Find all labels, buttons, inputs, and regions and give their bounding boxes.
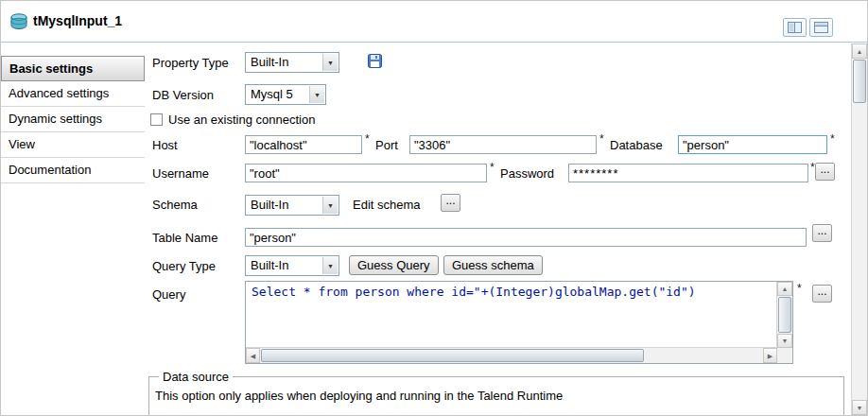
sidebar-item-label: Dynamic settings	[9, 112, 102, 126]
db-version-select[interactable]: Mysql 5 ▼	[245, 84, 326, 105]
sidebar-item-label: Basic settings	[9, 61, 93, 76]
query-ellipsis-button[interactable]: ...	[812, 285, 832, 303]
query-required-marker: *	[797, 282, 802, 295]
layout-rows-button[interactable]	[809, 18, 833, 37]
sidebar-item-advanced-settings[interactable]: Advanced settings	[1, 81, 145, 107]
data-source-group: Data source This option only applies whe…	[148, 370, 844, 416]
sidebar-item-basic-settings[interactable]: Basic settings	[1, 56, 145, 81]
edit-schema-label: Edit schema	[353, 198, 421, 212]
rows-icon	[814, 22, 828, 33]
sidebar-item-label: Documentation	[9, 163, 91, 177]
query-text[interactable]: Select * from person where id="+(Integer…	[252, 285, 772, 299]
query-editor[interactable]: Select * from person where id="+(Integer…	[245, 281, 793, 364]
use-existing-connection-checkbox[interactable]	[150, 113, 163, 126]
password-required-marker: *	[810, 161, 815, 174]
data-source-legend: Data source	[159, 370, 233, 384]
scroll-down-button[interactable]: ▼	[777, 334, 792, 348]
columns-icon	[788, 22, 802, 33]
vertical-scroll-thumb[interactable]	[778, 297, 791, 333]
database-required-marker: *	[830, 132, 835, 146]
database-label: Database	[610, 138, 663, 152]
query-horizontal-scrollbar[interactable]: ◀ ▶	[246, 347, 777, 363]
schema-select[interactable]: Built-In ▼	[245, 195, 339, 216]
table-name-input[interactable]	[245, 228, 807, 247]
panel-scroll-thumb[interactable]	[853, 60, 866, 103]
property-type-label: Property Type	[152, 56, 229, 70]
password-input[interactable]	[568, 164, 808, 182]
save-icon[interactable]	[368, 54, 382, 71]
guess-query-button[interactable]: Guess Query	[349, 255, 439, 275]
scroll-right-button[interactable]: ▶	[763, 348, 777, 363]
horizontal-scroll-thumb[interactable]	[261, 349, 644, 362]
schema-value: Built-In	[251, 198, 288, 213]
component-title: tMysqlInput_1	[33, 13, 122, 28]
scroll-left-button[interactable]: ◀	[246, 348, 260, 363]
data-source-note: This option only applies when deploying …	[155, 389, 843, 403]
sidebar-item-label: View	[9, 137, 35, 151]
port-required-marker: *	[599, 132, 604, 146]
up-arrow-icon: ▲	[857, 48, 863, 55]
query-vertical-scrollbar[interactable]: ▲ ▼	[776, 282, 792, 348]
down-arrow-icon: ▼	[857, 405, 863, 411]
host-required-marker: *	[365, 132, 370, 146]
up-arrow-icon: ▲	[782, 286, 789, 292]
settings-nav: Basic settings Advanced settings Dynamic…	[1, 43, 145, 183]
use-existing-connection-label: Use an existing connection	[168, 113, 315, 127]
password-ellipsis-button[interactable]: ...	[815, 163, 835, 181]
query-type-value: Built-In	[251, 258, 288, 273]
scroll-up-button[interactable]: ▲	[777, 282, 792, 296]
left-arrow-icon: ◀	[251, 353, 255, 359]
scrollbar-corner	[777, 348, 792, 363]
property-type-select[interactable]: Built-In ▼	[245, 52, 339, 73]
dropdown-arrow-icon[interactable]: ▼	[322, 54, 338, 71]
dropdown-arrow-icon[interactable]: ▼	[322, 257, 338, 274]
sidebar-item-view[interactable]: View	[1, 132, 145, 158]
dropdown-arrow-icon[interactable]: ▼	[322, 197, 338, 214]
sidebar-item-documentation[interactable]: Documentation	[1, 158, 145, 183]
component-icon	[9, 13, 28, 33]
panel-scrollbar[interactable]: ▲ ▼	[851, 43, 867, 415]
header: tMysqlInput_1	[1, 1, 867, 43]
table-name-label: Table Name	[152, 231, 217, 245]
schema-label: Schema	[152, 198, 198, 212]
db-version-label: DB Version	[152, 88, 214, 102]
down-arrow-icon: ▼	[782, 338, 789, 344]
sidebar-item-label: Advanced settings	[9, 86, 109, 100]
password-label: Password	[500, 166, 554, 181]
right-arrow-icon: ▶	[768, 353, 773, 359]
ellipsis-icon: ...	[820, 163, 829, 176]
username-required-marker: *	[490, 161, 495, 174]
ellipsis-icon: ...	[445, 194, 455, 207]
property-type-value: Built-In	[251, 55, 288, 70]
dropdown-arrow-icon[interactable]: ▼	[309, 86, 324, 103]
port-label: Port	[375, 138, 398, 152]
ellipsis-icon: ...	[817, 285, 826, 298]
host-label: Host	[152, 138, 178, 152]
edit-schema-ellipsis-button[interactable]: ...	[441, 194, 460, 212]
scroll-down-button[interactable]: ▼	[852, 400, 867, 415]
scroll-up-button[interactable]: ▲	[852, 43, 867, 59]
component-settings-panel: tMysqlInput_1 Basic settings Advanced se…	[0, 0, 868, 416]
guess-schema-button[interactable]: Guess schema	[443, 255, 543, 275]
table-name-ellipsis-button[interactable]: ...	[812, 224, 832, 242]
query-type-label: Query Type	[152, 259, 216, 273]
layout-columns-button[interactable]	[783, 18, 807, 37]
port-input[interactable]	[409, 135, 597, 154]
db-version-value: Mysql 5	[251, 87, 293, 102]
username-input[interactable]	[245, 164, 487, 182]
sidebar-item-dynamic-settings[interactable]: Dynamic settings	[1, 107, 145, 132]
ellipsis-icon: ...	[817, 224, 826, 237]
query-type-select[interactable]: Built-In ▼	[245, 255, 339, 276]
username-label: Username	[152, 166, 209, 181]
database-input[interactable]	[678, 135, 827, 154]
query-label: Query	[152, 287, 185, 302]
host-input[interactable]	[245, 135, 362, 154]
